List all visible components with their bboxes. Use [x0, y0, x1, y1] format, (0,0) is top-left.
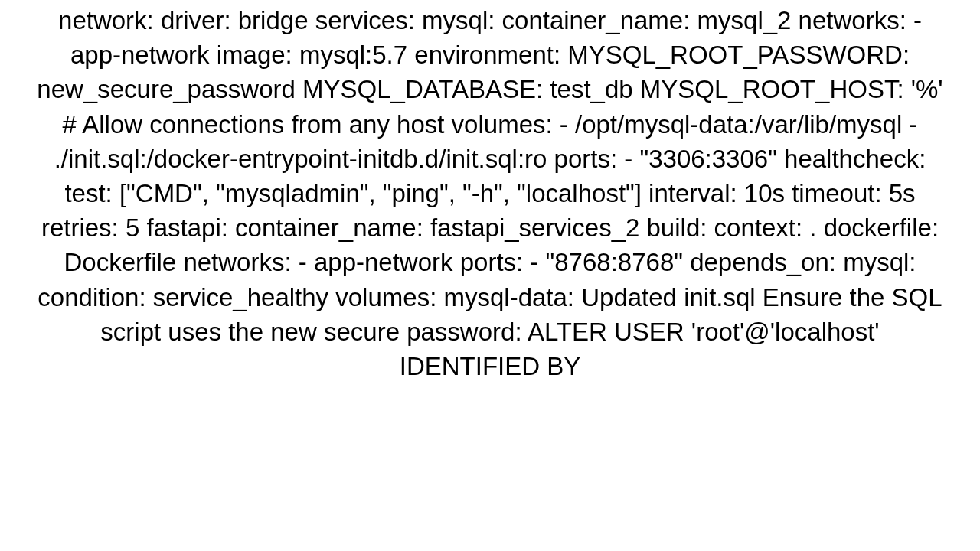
- document-text: network: driver: bridge services: mysql:…: [37, 3, 943, 383]
